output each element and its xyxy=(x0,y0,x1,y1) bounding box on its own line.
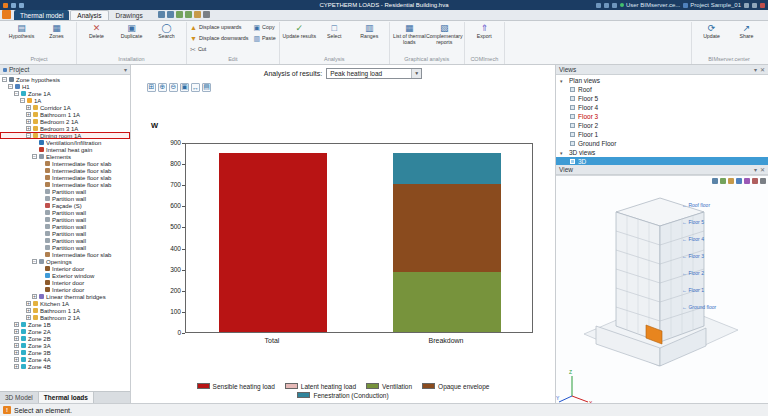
cype-logo-icon[interactable] xyxy=(2,10,11,19)
view-item-floor-3[interactable]: Floor 3 xyxy=(556,112,768,121)
tree-item-interior-door[interactable]: Interior door xyxy=(0,286,130,293)
tree-item-partition-wall[interactable]: Partition wall xyxy=(0,244,130,251)
tree-expander-icon[interactable]: + xyxy=(26,308,31,313)
zoom-extents-icon[interactable]: ▣ xyxy=(180,83,189,92)
delete-button[interactable]: ✕Delete xyxy=(79,22,114,40)
tree-item-zone-2a[interactable]: +Zone 2A xyxy=(0,328,130,335)
qat-config-icon[interactable] xyxy=(203,11,210,18)
tree-item-corridor-1a[interactable]: +Corridor 1A xyxy=(0,104,130,111)
tree-expander-icon[interactable]: − xyxy=(26,133,31,138)
tree-item-partition-wall[interactable]: Partition wall xyxy=(0,237,130,244)
tab-thermal-model[interactable]: Thermal model xyxy=(14,10,69,20)
render-icon[interactable] xyxy=(752,178,758,184)
tree-item-fa-ade-s[interactable]: Façade (S) xyxy=(0,202,130,209)
tree-item-interior-door[interactable]: Interior door xyxy=(0,279,130,286)
tree-item-zone-1b[interactable]: +Zone 1B xyxy=(0,321,130,328)
tree-item-zone-hypothesis[interactable]: −Zone hypothesis xyxy=(0,76,130,83)
view-item-ground-floor[interactable]: Ground Floor xyxy=(556,139,768,148)
tree-item-zone-3a[interactable]: +Zone 3A xyxy=(0,342,130,349)
tree-item-intermediate-floor-slab[interactable]: Intermediate floor slab xyxy=(0,160,130,167)
tree-item-1a[interactable]: −1A xyxy=(0,97,130,104)
tree-item-zone-1a[interactable]: −Zone 1A xyxy=(0,90,130,97)
tree-item-partition-wall[interactable]: Partition wall xyxy=(0,216,130,223)
view-item-floor-2[interactable]: Floor 2 xyxy=(556,121,768,130)
tree-expander-icon[interactable]: + xyxy=(14,322,19,327)
paste-button[interactable]: ▥Paste xyxy=(252,33,276,44)
view-pin-icon[interactable]: ▾ xyxy=(754,166,757,173)
tree-item-bedroom-2-1a[interactable]: +Bedroom 2 1A xyxy=(0,118,130,125)
info-icon[interactable] xyxy=(752,3,757,8)
tree-item-partition-wall[interactable]: Partition wall xyxy=(0,209,130,216)
tree-item-h1[interactable]: −H1 xyxy=(0,83,130,90)
tree-expander-icon[interactable]: − xyxy=(8,84,13,89)
views-close-icon[interactable]: ✕ xyxy=(760,66,765,73)
hypothesis-button[interactable]: ▤Hypothesis xyxy=(4,22,39,40)
notifications-icon[interactable] xyxy=(604,3,609,8)
views-section-3d-views[interactable]: ▾3D views xyxy=(556,148,768,157)
select-button[interactable]: □Select xyxy=(317,22,352,40)
share-button[interactable]: ↗Share xyxy=(729,22,764,40)
fit-view-icon[interactable] xyxy=(736,178,742,184)
analysis-select[interactable]: Peak heating load ▼ xyxy=(326,68,422,79)
tree-item-internal-heat-gain[interactable]: Internal heat gain xyxy=(0,146,130,153)
tree-item-interior-door[interactable]: Interior door xyxy=(0,265,130,272)
tree-item-partition-wall[interactable]: Partition wall xyxy=(0,230,130,237)
tree-item-partition-wall[interactable]: Partition wall xyxy=(0,195,130,202)
zoom-view-icon[interactable] xyxy=(728,178,734,184)
tree-item-bathroom-1-1a[interactable]: +Bathroom 1 1A xyxy=(0,111,130,118)
zones-button[interactable]: ▦Zones xyxy=(39,22,74,40)
tree-item-partition-wall[interactable]: Partition wall xyxy=(0,188,130,195)
close-icon[interactable] xyxy=(760,3,765,8)
tree-expander-icon[interactable]: − xyxy=(14,91,19,96)
tree-item-zone-4b[interactable]: +Zone 4B xyxy=(0,363,130,370)
copy-button[interactable]: ▣Copy xyxy=(252,22,275,33)
bottom-tab-thermal-loads[interactable]: Thermal loads xyxy=(39,392,94,403)
viewport-3d[interactable]: Z X Y Roof floorFloor 5Floor 4Floor 3Flo… xyxy=(556,175,768,403)
section-icon[interactable] xyxy=(744,178,750,184)
user-chip[interactable]: User BIMserver.ce... xyxy=(620,2,680,8)
qat-redo-icon[interactable] xyxy=(185,11,192,18)
tree-expander-icon[interactable]: − xyxy=(20,98,25,103)
tree-item-dining-room-1a[interactable]: −Dining room 1A xyxy=(0,132,130,139)
update-button[interactable]: ⟳Update xyxy=(694,22,729,40)
tree-item-zone-3b[interactable]: +Zone 3B xyxy=(0,349,130,356)
tree-expander-icon[interactable]: + xyxy=(32,294,37,299)
tab-analysis[interactable]: Analysis xyxy=(70,10,108,20)
tree-expander-icon[interactable]: + xyxy=(14,350,19,355)
tree-expander-icon[interactable]: + xyxy=(26,126,31,131)
tree-expander-icon[interactable]: + xyxy=(26,301,31,306)
cut-button[interactable]: ✂Cut xyxy=(189,44,207,55)
update-results-button[interactable]: ✓Update results xyxy=(282,22,317,40)
tree-expander-icon[interactable]: − xyxy=(32,259,37,264)
tree-expander-icon[interactable]: + xyxy=(14,343,19,348)
complementary-reports-button[interactable]: ▧Complementary reports xyxy=(427,22,462,45)
tree-expander-icon[interactable]: + xyxy=(14,336,19,341)
orbit-icon[interactable] xyxy=(712,178,718,184)
print-icon[interactable]: ▤ xyxy=(202,83,211,92)
qat-print-icon[interactable] xyxy=(167,11,174,18)
tree-item-zone-2b[interactable]: +Zone 2B xyxy=(0,335,130,342)
tree-item-elements[interactable]: −Elements xyxy=(0,153,130,160)
view-settings-icon[interactable] xyxy=(760,178,766,184)
help-icon[interactable] xyxy=(596,3,601,8)
tree-expander-icon[interactable]: + xyxy=(26,105,31,110)
tree-item-bathroom-1-1a[interactable]: +Bathroom 1 1A xyxy=(0,307,130,314)
view-item-floor-1[interactable]: Floor 1 xyxy=(556,130,768,139)
tree-expander-icon[interactable]: + xyxy=(14,357,19,362)
tree-item-intermediate-floor-slab[interactable]: Intermediate floor slab xyxy=(0,167,130,174)
qat-save-icon[interactable] xyxy=(158,11,165,18)
tree-item-zone-4a[interactable]: +Zone 4A xyxy=(0,356,130,363)
list-of-thermal-loads-button[interactable]: ▦List of thermal loads xyxy=(392,22,427,45)
tree-item-ventilation-infiltration[interactable]: Ventilation/Infiltration xyxy=(0,139,130,146)
tree-expander-icon[interactable]: − xyxy=(32,154,37,159)
tab-drawings[interactable]: Drawings xyxy=(110,10,149,20)
tree-item-bathroom-2-1a[interactable]: +Bathroom 2 1A xyxy=(0,314,130,321)
bottom-tab-3d-model[interactable]: 3D Model xyxy=(0,392,39,403)
view-close-icon[interactable]: ✕ xyxy=(760,166,765,173)
view-item-floor-5[interactable]: Floor 5 xyxy=(556,94,768,103)
tree-item-intermediate-floor-slab[interactable]: Intermediate floor slab xyxy=(0,251,130,258)
tree-item-kitchen-1a[interactable]: +Kitchen 1A xyxy=(0,300,130,307)
pan-icon[interactable]: ↔ xyxy=(191,83,200,92)
view-item-roof[interactable]: Roof xyxy=(556,85,768,94)
duplicate-button[interactable]: ▣Duplicate xyxy=(114,22,149,40)
